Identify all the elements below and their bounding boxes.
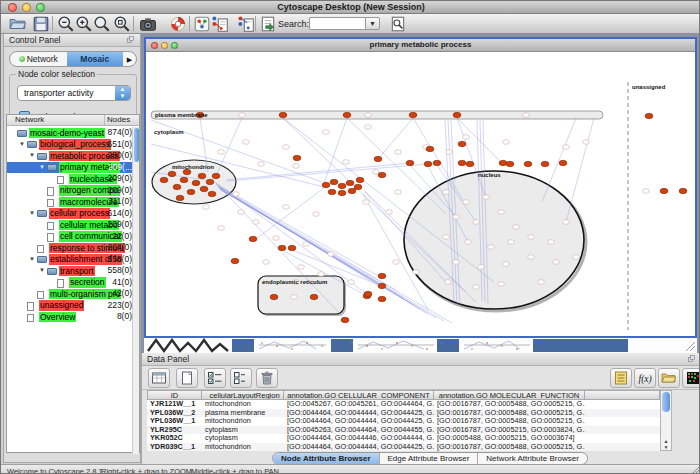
- node[interactable]: [218, 226, 225, 231]
- tree-row[interactable]: secretion41(0): [7, 277, 139, 289]
- node[interactable]: [498, 210, 505, 215]
- node[interactable]: [413, 270, 420, 275]
- node-selected[interactable]: [293, 155, 301, 160]
- tree-column-nodes[interactable]: Nodes: [107, 115, 130, 124]
- node-selected[interactable]: [173, 184, 181, 189]
- node-selected[interactable]: [378, 273, 386, 278]
- column-header[interactable]: annotation.GO MOLECULAR_FUNCTION: [434, 390, 585, 400]
- network-view-window[interactable]: primary metabolic process plasma membran…: [144, 37, 697, 338]
- tree-row[interactable]: macromolecule311(0): [7, 196, 139, 208]
- node[interactable]: [503, 262, 510, 267]
- zoom-selected-icon[interactable]: [113, 15, 131, 33]
- zoom-fit-icon[interactable]: [93, 15, 111, 33]
- function-builder-button[interactable]: f(x): [634, 368, 656, 388]
- background-window-edge[interactable]: [437, 339, 459, 352]
- node[interactable]: [243, 140, 250, 145]
- tab-edge-attribute-browser[interactable]: Edge Attribute Browser: [379, 453, 478, 464]
- node[interactable]: [563, 145, 570, 150]
- node-selected[interactable]: [341, 317, 349, 322]
- node-selected[interactable]: [279, 112, 287, 117]
- table-row[interactable]: YLR295Ccytoplasm[GO:0045263, GO:0044464,…: [147, 426, 660, 435]
- node[interactable]: [263, 260, 270, 265]
- tree-column-network[interactable]: Network: [15, 115, 44, 124]
- node-selected[interactable]: [192, 180, 200, 185]
- import-attributes-button[interactable]: [658, 368, 680, 388]
- node[interactable]: [498, 282, 505, 287]
- tab-network-attribute-browser[interactable]: Network Attribute Browser: [477, 453, 586, 464]
- node-selected[interactable]: [180, 177, 188, 182]
- float-panel-icon[interactable]: [688, 355, 698, 365]
- background-window-edge[interactable]: [232, 339, 254, 352]
- help-ring-icon[interactable]: [169, 15, 187, 33]
- node-selected[interactable]: [160, 177, 168, 182]
- node[interactable]: [446, 150, 453, 155]
- node-selected[interactable]: [338, 183, 346, 188]
- node-selected[interactable]: [278, 245, 286, 250]
- compartment-nucleus[interactable]: [404, 171, 584, 309]
- node[interactable]: [473, 220, 480, 225]
- zoom-out-icon[interactable]: [57, 15, 75, 33]
- save-icon[interactable]: [32, 15, 50, 33]
- window-titlebar[interactable]: Cytoscape Desktop (New Session): [1, 1, 700, 14]
- node-selected[interactable]: [187, 189, 195, 194]
- node[interactable]: [483, 195, 490, 200]
- snapshot-icon[interactable]: [139, 15, 157, 33]
- node[interactable]: [313, 212, 320, 217]
- node-selected[interactable]: [249, 236, 257, 241]
- node-selected[interactable]: [660, 188, 668, 193]
- node[interactable]: [348, 280, 355, 285]
- node-selected[interactable]: [176, 195, 184, 200]
- vizmapper-icon[interactable]: [193, 15, 211, 33]
- network-view-titlebar[interactable]: primary metabolic process: [146, 39, 695, 52]
- node-selected[interactable]: [453, 112, 461, 117]
- node-selected[interactable]: [424, 161, 432, 166]
- column-header[interactable]: ID: [147, 390, 202, 400]
- node[interactable]: [453, 260, 460, 265]
- node[interactable]: [573, 255, 580, 260]
- tab-network[interactable]: Network: [10, 52, 67, 66]
- node-selected[interactable]: [378, 172, 386, 177]
- node[interactable]: [238, 210, 245, 215]
- node-selected[interactable]: [183, 169, 191, 174]
- tree-row[interactable]: mosaic-demo-yeast874(0): [7, 127, 139, 139]
- table-scrollbar[interactable]: ▲▼: [660, 390, 672, 451]
- delete-attribute-button[interactable]: [256, 368, 278, 388]
- tree-scrollbar[interactable]: [132, 127, 139, 454]
- node[interactable]: [538, 280, 545, 285]
- node[interactable]: [365, 125, 372, 130]
- node[interactable]: [463, 200, 470, 205]
- table-row[interactable]: YPL036W__2plasma membrane[GO:0044464, GO…: [147, 409, 660, 418]
- node-selected[interactable]: [364, 291, 372, 296]
- tree-row[interactable]: unassigned223(0): [7, 300, 139, 312]
- node[interactable]: [298, 265, 305, 270]
- node[interactable]: [443, 235, 450, 240]
- node[interactable]: [218, 150, 225, 155]
- background-window-edge[interactable]: [331, 339, 353, 352]
- node-selected[interactable]: [348, 188, 356, 193]
- node[interactable]: [528, 255, 535, 260]
- node[interactable]: [463, 135, 470, 140]
- node[interactable]: [443, 190, 450, 195]
- tree-row[interactable]: ▼primary metabo209(...: [7, 162, 139, 174]
- node-selected[interactable]: [330, 179, 338, 184]
- node[interactable]: [445, 280, 452, 285]
- table-scrollbar-thumb[interactable]: [662, 392, 670, 412]
- node[interactable]: [553, 260, 560, 265]
- node-selected[interactable]: [200, 186, 208, 191]
- node[interactable]: [233, 192, 240, 197]
- node[interactable]: [328, 252, 335, 257]
- node-selected[interactable]: [524, 161, 532, 166]
- node-selected[interactable]: [231, 258, 239, 263]
- column-header[interactable]: [585, 390, 660, 400]
- node-selected[interactable]: [458, 160, 466, 165]
- node-selected[interactable]: [168, 171, 176, 176]
- node-selected[interactable]: [679, 188, 687, 193]
- search-dropdown-button[interactable]: ▼: [365, 17, 380, 30]
- node-selected[interactable]: [356, 177, 364, 182]
- search-input[interactable]: [309, 17, 365, 30]
- node[interactable]: [253, 220, 260, 225]
- node-selected[interactable]: [208, 191, 216, 196]
- tree-row[interactable]: Overview8(0): [7, 311, 139, 323]
- attribute-list-button[interactable]: [610, 368, 632, 388]
- node[interactable]: [473, 285, 480, 290]
